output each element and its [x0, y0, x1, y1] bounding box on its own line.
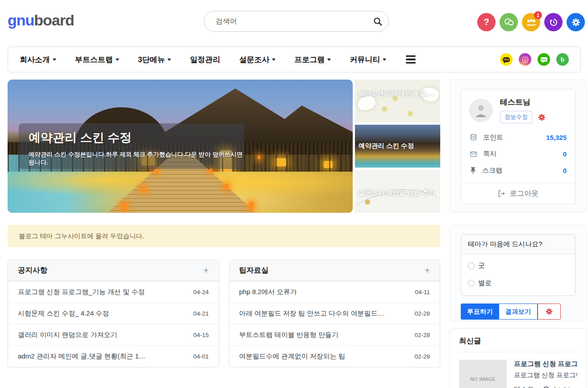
naver-band-icon[interactable]: b	[556, 53, 569, 66]
site-logo[interactable]: gnuboard	[8, 12, 74, 29]
stat-point-row[interactable]: 포인트 15,325	[461, 129, 575, 146]
stat-memo-row[interactable]: 쪽지 0	[461, 146, 575, 162]
thumbnail-reservation-skin[interactable]: 예약관리 스킨 수정	[355, 125, 440, 168]
poll-result-button[interactable]: 결과보기	[499, 304, 538, 320]
hero-description: 예약관리 스킨 수정본입니다.하루 제외 체크 추가했습니다.다운 받아 덮어쓰…	[29, 151, 244, 167]
scrap-value: 0	[563, 167, 567, 174]
edit-profile-button[interactable]: 정보수정	[500, 111, 532, 123]
thumbnail-label: 설문조사 최신글 스킨 추가	[359, 189, 435, 197]
user-panel: 테스트님 정보수정 포인트 15,325	[450, 80, 587, 213]
board-tips: 팁자료실 + php 8.2에서 오류가 04-11 아래 여분필드 저장 팁 …	[229, 260, 441, 367]
board-row[interactable]: php 8.2에서 오류가 04-11	[229, 281, 440, 303]
board-notice: 공지사항 + 프로그램 신청 프로그램_기능 개선 및 수정 04-24 시험문…	[8, 260, 219, 367]
admin-gear-icon[interactable]	[538, 114, 546, 121]
board-header: 공지사항 +	[8, 260, 219, 281]
gear-icon	[546, 308, 553, 315]
latest-post-date: 04-24	[553, 386, 570, 388]
search-input[interactable]	[204, 17, 367, 25]
history-icon	[549, 18, 558, 27]
latest-post-meta: 테스트 04-24	[514, 385, 577, 388]
latest-post-title: 프로그램 신청 프로그램_…	[514, 360, 577, 368]
hero-banner[interactable]: 예약관리 스킨 수정 예약관리 스킨 수정본입니다.하루 제외 체크 추가했습니…	[8, 80, 353, 213]
nav-item-survey[interactable]: 설문조사	[239, 55, 275, 65]
board-row[interactable]: 갤러리 이미지 랜덤으로 가져오기 04-15	[8, 324, 219, 346]
memo-value: 0	[563, 150, 567, 158]
board-row[interactable]: 프로그램 신청 프로그램_기능 개선 및 수정 04-24	[8, 281, 219, 303]
board-more-button[interactable]: +	[425, 265, 430, 276]
board-more-button[interactable]: +	[203, 265, 209, 276]
board-title: 팁자료실	[239, 266, 269, 275]
thumbnail-label: 예약관리 스킨 수정	[359, 142, 414, 150]
radio-icon[interactable]	[468, 262, 475, 269]
nav-item-program[interactable]: 프로그램	[294, 55, 331, 65]
history-button[interactable]	[544, 13, 563, 31]
chevron-down-icon	[116, 59, 119, 61]
sidebar: 테스트님 정보수정 포인트 15,325	[450, 80, 587, 388]
notice-banner[interactable]: 블로그 테마 그누사이트에 올려 두었습니다.	[8, 225, 440, 247]
kakaotalk-icon[interactable]: TALK	[500, 53, 513, 66]
poll-option-bad[interactable]: 별로	[461, 274, 575, 292]
latest-posts-widget: 최신글 NO IMAGE 프로그램 신청 프로그램_… 프로그램 신청 프로그램…	[450, 328, 587, 388]
chat-icon	[504, 18, 514, 27]
main-content: 예약관리 스킨 수정 예약관리 스킨 수정본입니다.하루 제외 체크 추가했습니…	[0, 72, 588, 388]
pin-icon	[470, 167, 476, 174]
nav-item-bootstrap[interactable]: 부트스트랩	[75, 55, 119, 65]
board-row[interactable]: adm2 관리자 메인에 글,댓글 현황(최근 1… 04-01	[8, 346, 219, 367]
radio-icon[interactable]	[468, 280, 475, 287]
point-value: 15,325	[546, 134, 567, 141]
board-row[interactable]: 시험문제 스킨 수정_ 4.24 수정 04-21	[8, 303, 219, 324]
hero-thumbnails: adm2 관리자 메인에 글,… 예약관리 스킨 수정 설문조사 최신글 스킨 …	[355, 80, 440, 213]
gallery-latest-row: 예약관리 스킨 수정 예약관리 스킨 수정본입니다.하루 제외 체크 추가했습니…	[8, 80, 440, 213]
social-links: TALK blog b	[500, 53, 569, 66]
stat-scrap-row[interactable]: 스크랩 0	[461, 162, 575, 179]
user-name: 테스트님	[500, 97, 546, 107]
search-button[interactable]	[367, 11, 388, 31]
comments-button[interactable]	[500, 13, 518, 31]
logo-part-gnu: gnu	[8, 12, 34, 29]
chevron-down-icon	[167, 59, 171, 61]
thumbnail-adm2[interactable]: adm2 관리자 메인에 글,…	[355, 80, 440, 122]
board-header: 팁자료실 +	[229, 260, 440, 281]
chevron-down-icon	[327, 59, 331, 61]
poll-settings-button[interactable]	[538, 304, 561, 320]
chevron-down-icon	[53, 59, 56, 61]
avatar[interactable]	[469, 99, 492, 122]
nav-item-community[interactable]: 커뮤니티	[350, 55, 386, 65]
board-row[interactable]: 부트스트랩 테이블 반응형 만들기 02-28	[229, 324, 440, 346]
poll-option-good[interactable]: 굿	[461, 257, 575, 274]
poll-buttons: 투표하기 결과보기	[461, 304, 575, 320]
board-lists: 공지사항 + 프로그램 신청 프로그램_기능 개선 및 수정 04-24 시험문…	[8, 260, 440, 367]
thumbnail-survey-skin[interactable]: 설문조사 최신글 스킨 추가	[355, 170, 440, 213]
board-row[interactable]: 여분필드수에 관계없이 저장되는 팁 02-28	[229, 346, 440, 367]
coins-icon	[470, 134, 477, 141]
logout-button[interactable]: 로그아웃	[461, 183, 575, 204]
vote-button[interactable]: 투표하기	[461, 304, 499, 320]
clock-icon	[543, 386, 550, 388]
mail-icon	[470, 150, 477, 158]
members-badge: 1	[534, 11, 542, 19]
help-button[interactable]: ?	[477, 13, 496, 31]
settings-button[interactable]	[567, 13, 585, 31]
no-image-placeholder: NO IMAGE	[459, 360, 507, 388]
notice-text: 블로그 테마 그누사이트에 올려 두었습니다.	[19, 232, 144, 240]
members-button[interactable]: 1	[522, 13, 540, 31]
chevron-down-icon	[272, 59, 275, 61]
hamburger-menu-icon[interactable]	[406, 55, 416, 64]
nav-item-3depth-menu[interactable]: 3단메뉴	[138, 55, 171, 65]
nav-item-company[interactable]: 회사소개	[20, 55, 56, 65]
question-icon: ?	[484, 17, 489, 27]
logout-icon	[498, 190, 506, 197]
naver-blog-icon[interactable]: blog	[538, 53, 550, 66]
quick-buttons: ? 1	[477, 13, 585, 31]
nav-item-schedule[interactable]: 일정관리	[190, 55, 220, 65]
instagram-icon[interactable]	[519, 53, 531, 66]
gear-icon	[571, 18, 580, 27]
board-row[interactable]: 아래 여분필드 저장 팁 안쓰고 다수의 여분필드… 02-28	[229, 303, 440, 324]
search-icon	[373, 17, 382, 26]
chevron-down-icon	[383, 59, 386, 61]
profile-row: 테스트님 정보수정	[461, 89, 575, 129]
hero-title: 예약관리 스킨 수정	[29, 130, 244, 146]
latest-post-excerpt: 프로그램 신청 프로그램_…	[514, 371, 577, 380]
latest-post-item[interactable]: NO IMAGE 프로그램 신청 프로그램_… 프로그램 신청 프로그램_… 테…	[459, 360, 577, 388]
left-column: 예약관리 스킨 수정 예약관리 스킨 수정본입니다.하루 제외 체크 추가했습니…	[8, 80, 440, 388]
